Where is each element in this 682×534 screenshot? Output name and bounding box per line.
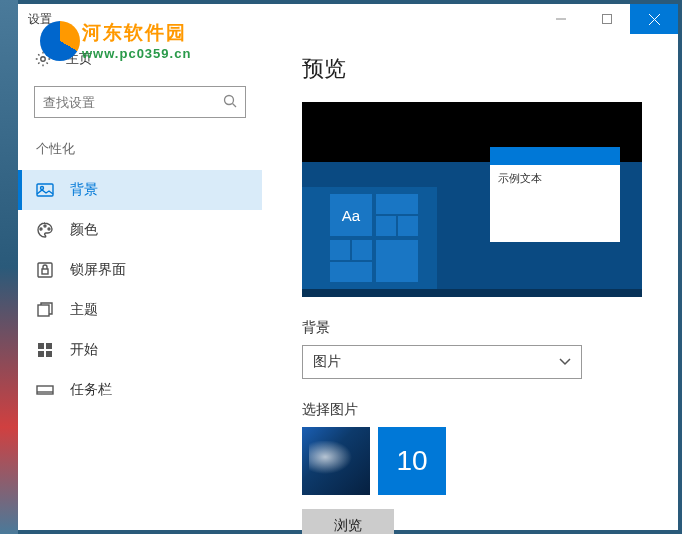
preview-heading: 预览 bbox=[302, 54, 656, 84]
svg-rect-7 bbox=[37, 184, 53, 196]
preview-window-titlebar bbox=[490, 147, 620, 165]
start-icon bbox=[36, 341, 54, 359]
settings-window: 设置 主页 个性化 背景 bbox=[18, 4, 678, 530]
svg-point-8 bbox=[41, 187, 44, 190]
titlebar: 设置 bbox=[18, 4, 678, 34]
svg-point-9 bbox=[40, 228, 42, 230]
svg-rect-15 bbox=[38, 343, 44, 349]
svg-rect-19 bbox=[37, 386, 53, 394]
sidebar-item-themes[interactable]: 主题 bbox=[18, 290, 262, 330]
maximize-icon bbox=[602, 14, 612, 24]
sidebar-item-label: 锁屏界面 bbox=[70, 261, 126, 279]
preview-tile bbox=[398, 216, 418, 236]
palette-icon bbox=[36, 221, 54, 239]
svg-rect-16 bbox=[46, 343, 52, 349]
svg-rect-18 bbox=[46, 351, 52, 357]
preview-tile bbox=[376, 240, 418, 282]
preview-box: Aa 示例文本 bbox=[302, 102, 642, 297]
choose-picture-label: 选择图片 bbox=[302, 401, 656, 419]
preview-tile bbox=[376, 194, 418, 214]
category-label: 个性化 bbox=[18, 136, 262, 170]
preview-tile bbox=[330, 240, 350, 260]
preview-sample-text: 示例文本 bbox=[490, 165, 620, 192]
svg-point-10 bbox=[44, 225, 46, 227]
sidebar-item-taskbar[interactable]: 任务栏 bbox=[18, 370, 262, 410]
gear-icon bbox=[34, 50, 52, 68]
sidebar: 主页 个性化 背景 颜色 锁屏界面 bbox=[18, 34, 262, 534]
lock-icon bbox=[36, 261, 54, 279]
sidebar-item-label: 开始 bbox=[70, 341, 98, 359]
search-input[interactable] bbox=[43, 95, 223, 110]
picture-thumbnails: 10 bbox=[302, 427, 656, 495]
dropdown-value: 图片 bbox=[313, 353, 341, 371]
minimize-icon bbox=[556, 14, 566, 24]
maximize-button[interactable] bbox=[584, 4, 630, 34]
taskbar-icon bbox=[36, 381, 54, 399]
close-icon bbox=[649, 14, 660, 25]
svg-line-6 bbox=[233, 103, 237, 107]
sidebar-item-lockscreen[interactable]: 锁屏界面 bbox=[18, 250, 262, 290]
sidebar-item-start[interactable]: 开始 bbox=[18, 330, 262, 370]
home-link[interactable]: 主页 bbox=[18, 42, 262, 76]
svg-point-5 bbox=[225, 95, 234, 104]
home-label: 主页 bbox=[66, 50, 92, 68]
chevron-down-icon bbox=[559, 356, 571, 368]
preview-sample-window: 示例文本 bbox=[490, 147, 620, 242]
sidebar-item-background[interactable]: 背景 bbox=[18, 170, 262, 210]
theme-icon bbox=[36, 301, 54, 319]
minimize-button[interactable] bbox=[538, 4, 584, 34]
preview-tile bbox=[330, 262, 372, 282]
window-title: 设置 bbox=[28, 11, 52, 28]
picture-thumb-1[interactable] bbox=[302, 427, 370, 495]
svg-rect-13 bbox=[42, 269, 48, 274]
host-taskbar-strip bbox=[0, 0, 18, 534]
background-dropdown[interactable]: 图片 bbox=[302, 345, 582, 379]
sidebar-item-label: 颜色 bbox=[70, 221, 98, 239]
sidebar-item-label: 任务栏 bbox=[70, 381, 112, 399]
svg-point-11 bbox=[48, 228, 50, 230]
preview-taskbar bbox=[302, 289, 642, 297]
background-label: 背景 bbox=[302, 319, 656, 337]
picture-thumb-2[interactable]: 10 bbox=[378, 427, 446, 495]
svg-rect-14 bbox=[38, 305, 49, 316]
close-button[interactable] bbox=[630, 4, 678, 34]
search-icon bbox=[223, 94, 237, 111]
svg-rect-1 bbox=[603, 15, 612, 24]
preview-tiles: Aa bbox=[330, 194, 430, 289]
browse-button[interactable]: 浏览 bbox=[302, 509, 394, 534]
preview-tile: Aa bbox=[330, 194, 372, 236]
main-panel: 预览 Aa 示例文本 bbox=[262, 34, 678, 534]
sidebar-item-label: 主题 bbox=[70, 301, 98, 319]
image-icon bbox=[36, 181, 54, 199]
svg-point-4 bbox=[41, 57, 46, 62]
content-area: 主页 个性化 背景 颜色 锁屏界面 bbox=[18, 34, 678, 534]
sidebar-item-colors[interactable]: 颜色 bbox=[18, 210, 262, 250]
search-box[interactable] bbox=[34, 86, 246, 118]
preview-tile bbox=[376, 216, 396, 236]
svg-rect-17 bbox=[38, 351, 44, 357]
sidebar-item-label: 背景 bbox=[70, 181, 98, 199]
preview-tile bbox=[352, 240, 372, 260]
